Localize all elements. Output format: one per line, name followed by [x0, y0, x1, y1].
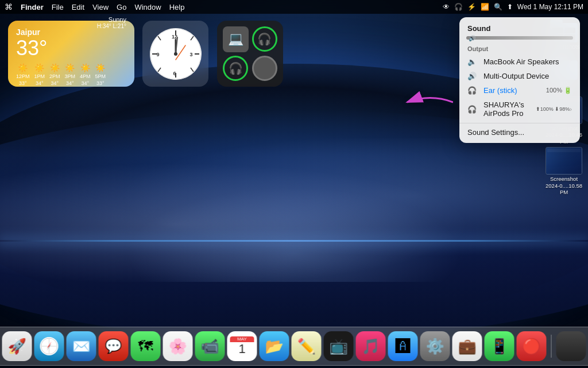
dock-safari[interactable]	[34, 331, 64, 361]
wifi-icon[interactable]: 📶	[481, 3, 489, 11]
menubar-help[interactable]: Help	[169, 3, 185, 11]
dock-red-app[interactable]: 🔴	[517, 331, 547, 361]
menubar-datetime: Wed 1 May 12:11 PM	[517, 3, 583, 11]
svg-text:6: 6	[173, 71, 176, 76]
sound-output-label: Output	[459, 44, 580, 55]
menubar-right: 👁 🎧 ⚡ 📶 🔍 ⬆ Wed 1 May 12:11 PM	[443, 3, 583, 11]
earstick-icon: 🎧	[467, 86, 479, 95]
dock-photos[interactable]: 🌸	[163, 331, 193, 361]
screenshot-item-2[interactable]: Screenshot2024-0....10.58 PM	[546, 147, 582, 195]
menubar-finder[interactable]: Finder	[21, 3, 44, 11]
dock-music[interactable]: 🎵	[356, 331, 386, 361]
dock-appletv[interactable]: 📺	[324, 331, 354, 361]
weather-condition: Sunny	[97, 16, 126, 23]
speaker-icon: 🔈	[467, 57, 479, 66]
dock: 🔵 🚀 ✉️ 💬 🗺 🌸 📹 MAY 1 📂 ✏️	[0, 327, 588, 366]
clock-widget[interactable]: 12 3 6 9	[142, 21, 208, 87]
sound-settings-row[interactable]: Sound Settings...	[459, 123, 580, 141]
sound-item-ear-stick[interactable]: 🎧 Ear (stick) 100% 🔋	[459, 83, 580, 98]
audio-headphone-2[interactable]: 🎧	[223, 56, 249, 82]
forecast-1pm: ☀️ 1PM 34°	[34, 63, 45, 86]
forecast-12pm: ☀️ 12PM 33°	[16, 63, 30, 86]
clock-face: 12 3 6 9	[150, 28, 202, 80]
dock-messages[interactable]: 💬	[99, 331, 129, 361]
dock-slack[interactable]: 💼	[452, 331, 482, 361]
eye-icon[interactable]: 👁	[443, 3, 450, 11]
battery-icon[interactable]: ⚡	[467, 3, 476, 11]
screenshot-thumb-2	[546, 147, 582, 175]
audio-headphone-1[interactable]: 🎧	[252, 26, 278, 52]
sound-settings-label[interactable]: Sound Settings...	[467, 128, 524, 137]
sound-slider-row: 🔊	[459, 36, 580, 44]
weather-forecast: ☀️ 12PM 33° ☀️ 1PM 34° ☀️ 2PM 34° ☀️ 3PM…	[16, 63, 126, 86]
audio-device-4[interactable]	[252, 56, 278, 82]
menubar: ⌘ Finder File Edit View Go Window Help 👁…	[0, 0, 588, 14]
audio-widget[interactable]: 💻 🎧 🎧	[217, 21, 283, 87]
search-icon[interactable]: 🔍	[494, 3, 502, 11]
dock-launchpad[interactable]: 🚀	[2, 331, 32, 361]
menubar-window[interactable]: Window	[134, 3, 161, 11]
dock-files[interactable]: 📂	[260, 331, 289, 361]
svg-text:9: 9	[156, 52, 159, 57]
forecast-5pm: ☀️ 5PM 33°	[95, 63, 106, 86]
sound-item-multi-output[interactable]: 🔊 Multi-Output Device	[459, 69, 580, 83]
dock-maps[interactable]: 🗺	[131, 331, 161, 361]
dock-whatsapp[interactable]: 📱	[485, 331, 514, 361]
forecast-4pm: ☀️ 4PM 34°	[80, 63, 91, 86]
sound-title: Sound	[459, 24, 580, 36]
dock-mail[interactable]: ✉️	[67, 331, 96, 361]
sound-item-airpods[interactable]: 🎧 SHAURYA's AirPods Pro ⬆100% ⬇98% ›	[459, 98, 580, 121]
sound-item-macbook-speakers[interactable]: 🔈 MacBook Air Speakers	[459, 55, 580, 69]
menubar-file[interactable]: File	[52, 3, 64, 11]
dock-facetime[interactable]: 📹	[195, 331, 225, 361]
menubar-edit[interactable]: Edit	[72, 3, 84, 11]
dock-calendar[interactable]: MAY 1	[227, 331, 257, 361]
chevron-right-icon: ›	[570, 106, 572, 113]
weather-hilo: H:34° L:21°	[97, 23, 126, 29]
svg-text:12: 12	[171, 34, 177, 40]
control-center-icon[interactable]: ⬆	[507, 3, 513, 11]
menubar-left: ⌘ Finder File Edit View Go Window Help	[5, 2, 184, 11]
menubar-view[interactable]: View	[92, 3, 109, 11]
dock-freeform[interactable]: ✏️	[292, 331, 322, 361]
audio-laptop[interactable]: 💻	[223, 26, 249, 52]
airpods-icon: 🎧	[467, 105, 479, 114]
dock-bar[interactable]	[556, 331, 586, 361]
sound-item-badge-ear: 100% 🔋	[546, 87, 572, 94]
sound-popup: Sound 🔊 Output 🔈 MacBook Air Speakers 🔊 …	[459, 17, 580, 143]
dock-appstore[interactable]: 🅰	[388, 331, 418, 361]
sound-item-badge-airpods: ⬆100% ⬇98%	[536, 106, 570, 112]
menubar-go[interactable]: Go	[117, 3, 126, 11]
svg-point-16	[174, 52, 177, 56]
sound-volume-slider[interactable]: 🔊	[466, 36, 573, 40]
sound-item-label-airpods: SHAURYA's AirPods Pro	[483, 100, 536, 118]
dock-settings[interactable]: ⚙️	[420, 331, 450, 361]
sound-item-label-multi: Multi-Output Device	[483, 72, 572, 80]
speaker-icon-2: 🔊	[467, 72, 479, 80]
dock-divider	[551, 335, 552, 358]
svg-text:3: 3	[189, 52, 192, 57]
forecast-2pm: ☀️ 2PM 34°	[49, 63, 60, 86]
weather-widget[interactable]: Jaipur 33° Sunny H:34° L:21° ☀️ 12PM 33°…	[8, 21, 134, 87]
headphone-icon[interactable]: 🎧	[454, 3, 463, 11]
sound-item-label-ear: Ear (stick)	[483, 86, 546, 95]
arrow-pointer	[401, 87, 453, 121]
forecast-3pm: ☀️ 3PM 34°	[65, 63, 76, 86]
weather-temperature: 33°	[16, 38, 47, 59]
sound-item-label-macbook: MacBook Air Speakers	[483, 57, 572, 66]
apple-menu[interactable]: ⌘	[5, 2, 13, 11]
screenshot-label-2: Screenshot2024-0....10.58 PM	[546, 176, 582, 195]
